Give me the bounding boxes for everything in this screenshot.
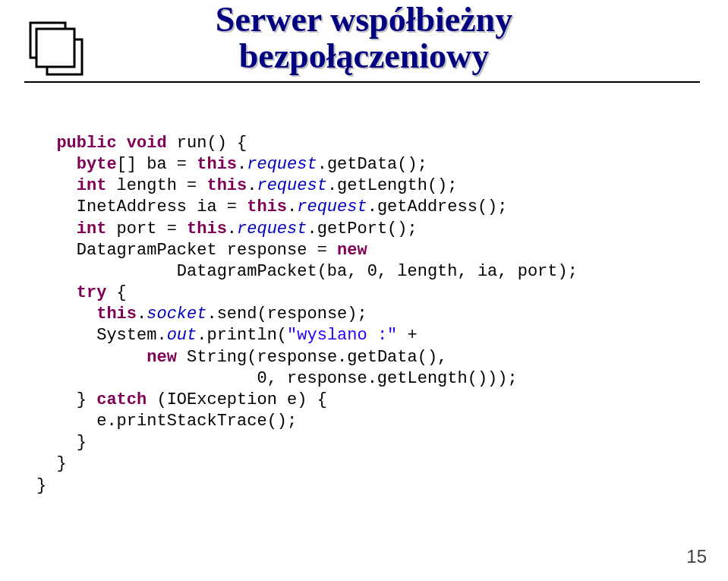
keyword: new [147,348,177,367]
field: request [297,197,367,216]
code-line: new String(response.getData(), [36,348,447,367]
keyword: int [77,219,107,238]
code-line: e.printStackTrace(); [36,412,297,431]
keyword: this [187,219,227,238]
code-line: } [36,454,67,473]
code-line: public void run() { [36,134,247,153]
code-line: DatagramPacket(ba, 0, length, ia, port); [36,262,578,281]
code-block: public void run() { byte[] ba = this.req… [36,133,578,497]
code-line: int port = this.request.getPort(); [36,219,418,238]
code-line: } catch (IOException e) { [36,390,327,409]
keyword: catch [96,390,147,409]
field: request [237,219,307,238]
code-line: DatagramPacket response = new [36,241,367,260]
code-line: 0, response.getLength())); [36,369,518,388]
keyword: this [96,305,137,324]
code-line: try { [36,283,127,302]
slide-container: Serwer współbieżny bezpołączeniowy publi… [0,0,728,581]
title-line-2: bezpołączeniowy [0,38,728,74]
slide-title: Serwer współbieżny bezpołączeniowy [0,2,728,75]
code-line: System.out.println("wyslano :" + [36,326,418,345]
keyword: new [337,241,367,260]
field: socket [147,305,206,324]
page-number: 15 [686,546,707,567]
keyword: this [247,197,287,216]
keyword: int [77,176,107,195]
field: request [257,176,326,195]
title-divider [24,81,700,83]
keyword: byte [77,155,117,174]
string-literal: "wyslano :" [287,326,397,345]
code-line: byte[] ba = this.request.getData(); [36,155,427,174]
keyword: this [197,155,237,174]
code-line: } [36,476,46,495]
code-line: } [36,433,87,452]
code-line: this.socket.send(response); [36,305,367,324]
field: out [167,326,197,345]
keyword: public [56,134,116,153]
keyword: this [206,176,247,195]
code-line: int length = this.request.getLength(); [36,176,458,195]
title-line-1: Serwer współbieżny [0,2,728,38]
field: request [247,155,317,174]
keyword: try [77,283,107,302]
code-line: InetAddress ia = this.request.getAddress… [36,197,508,216]
keyword: void [127,134,167,153]
